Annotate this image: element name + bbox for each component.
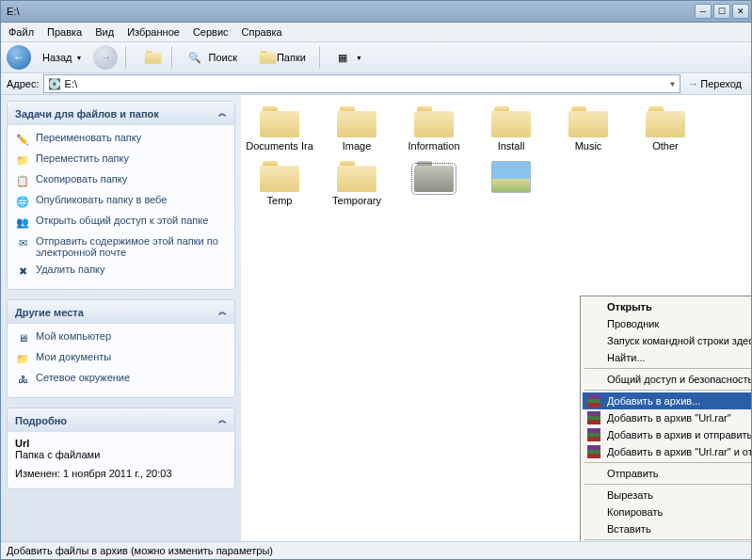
task-item[interactable]: 👥Открыть общий доступ к этой папке bbox=[11, 212, 231, 232]
copy-icon: 📋 bbox=[15, 173, 30, 188]
up-button[interactable] bbox=[134, 45, 164, 70]
file-item[interactable]: Install bbox=[472, 103, 550, 157]
file-item[interactable]: Other bbox=[627, 103, 704, 157]
menu-help[interactable]: Справка bbox=[242, 26, 282, 38]
menu-separator bbox=[584, 539, 751, 540]
file-item[interactable]: Music bbox=[550, 103, 627, 157]
context-menu-label: Вставить bbox=[607, 523, 651, 535]
file-item[interactable] bbox=[472, 157, 550, 212]
tasks-header[interactable]: Задачи для файлов и папок︽ bbox=[8, 102, 234, 125]
place-item[interactable]: 🖧Сетевое окружение bbox=[11, 369, 231, 390]
file-item[interactable] bbox=[395, 157, 472, 212]
context-menu-item[interactable]: Проводник bbox=[583, 315, 751, 332]
search-icon: 🔍 bbox=[185, 48, 204, 67]
views-icon: ▦ bbox=[333, 48, 352, 67]
chevron-up-icon: ︽ bbox=[218, 107, 227, 120]
context-menu-label: Добавить в архив "Url.rar" и отправить п… bbox=[607, 446, 751, 457]
move-icon: 📁 bbox=[15, 152, 30, 168]
places-header[interactable]: Другие места︽ bbox=[8, 300, 234, 324]
folder-icon bbox=[260, 161, 299, 193]
context-menu-label: Добавить в архив и отправить по e-mail..… bbox=[607, 429, 751, 440]
task-item[interactable]: ✖Удалить папку bbox=[11, 261, 231, 281]
menu-separator bbox=[584, 462, 751, 463]
task-item[interactable]: ✉Отправить содержимое этой папки по элек… bbox=[11, 232, 231, 261]
context-menu-item[interactable]: Открыть bbox=[583, 298, 751, 315]
context-menu-label: Отправить bbox=[607, 468, 659, 479]
folder-icon bbox=[568, 106, 608, 138]
menu-edit[interactable]: Правка bbox=[47, 26, 82, 38]
menu-separator bbox=[584, 484, 751, 485]
share-icon: 👥 bbox=[15, 215, 30, 230]
close-button[interactable]: ✕ bbox=[732, 4, 749, 19]
context-menu-label: Проводник bbox=[607, 318, 659, 329]
toolbar: ← Назад ▼ → 🔍Поиск Папки ▦▼ bbox=[1, 42, 751, 73]
views-button[interactable]: ▦▼ bbox=[328, 45, 368, 70]
file-item[interactable]: Information bbox=[395, 103, 472, 157]
forward-button[interactable]: → bbox=[93, 45, 118, 70]
maximize-button[interactable]: ☐ bbox=[713, 4, 730, 19]
context-menu-item[interactable]: Добавить в архив и отправить по e-mail..… bbox=[583, 426, 751, 443]
drive-icon: 💽 bbox=[48, 78, 61, 90]
address-label: Адрес: bbox=[7, 78, 40, 89]
menu-favorites[interactable]: Избранное bbox=[127, 26, 180, 38]
file-item[interactable]: Temporary bbox=[318, 157, 395, 212]
file-item[interactable]: Documents Ira bbox=[241, 103, 318, 157]
task-item[interactable]: ✏️Переименовать папку bbox=[11, 129, 231, 150]
context-menu-item[interactable]: Добавить в архив "Url.rar" и отправить п… bbox=[583, 443, 751, 460]
task-label: Опубликовать папку в вебе bbox=[36, 194, 167, 205]
task-label: Переместить папку bbox=[36, 152, 129, 164]
context-menu-item[interactable]: Отправить▶ bbox=[583, 465, 751, 482]
rename-icon: ✏️ bbox=[15, 132, 30, 147]
details-modified: Изменен: 1 ноября 2011 г., 20:03 bbox=[15, 468, 227, 479]
folders-button[interactable]: Папки bbox=[248, 45, 312, 70]
task-item[interactable]: 🌐Опубликовать папку в вебе bbox=[11, 191, 231, 212]
computer-icon: 🖥 bbox=[15, 330, 30, 345]
task-item[interactable]: 📋Скопировать папку bbox=[11, 170, 231, 191]
side-pane: Задачи для файлов и папок︽ ✏️Переименова… bbox=[1, 95, 241, 541]
address-input[interactable]: 💽 E:\ ▼ bbox=[43, 74, 681, 93]
menu-file[interactable]: Файл bbox=[8, 26, 34, 38]
back-button[interactable]: ← bbox=[7, 45, 31, 70]
publish-icon: 🌐 bbox=[15, 194, 30, 209]
context-menu-item[interactable]: Вырезать bbox=[583, 487, 751, 504]
details-header[interactable]: Подробно︽ bbox=[8, 408, 234, 432]
file-label: Music bbox=[550, 140, 627, 152]
mydocs-icon: 📁 bbox=[15, 351, 30, 366]
file-item[interactable]: Temp bbox=[241, 157, 318, 212]
context-menu-item[interactable]: Добавить в архив... bbox=[583, 392, 751, 409]
place-item[interactable]: 🖥Мой компьютер bbox=[11, 328, 231, 348]
menu-tools[interactable]: Сервис bbox=[193, 26, 229, 38]
chevron-down-icon[interactable]: ▼ bbox=[668, 80, 676, 88]
go-button[interactable]: → Переход bbox=[684, 75, 745, 92]
status-bar: Добавить файлы в архив (можно изменить п… bbox=[1, 541, 751, 559]
context-menu-item[interactable]: Запуск командной строки здесь bbox=[583, 332, 751, 349]
task-item[interactable]: 📁Переместить папку bbox=[11, 150, 231, 170]
file-label: Other bbox=[627, 140, 704, 152]
address-value: E:\ bbox=[65, 78, 665, 89]
content-area[interactable]: Documents IraImageInformationInstallMusi… bbox=[241, 95, 751, 541]
minimize-button[interactable]: ─ bbox=[695, 4, 712, 19]
go-icon: → bbox=[688, 78, 698, 89]
context-menu-label: Запуск командной строки здесь bbox=[607, 335, 751, 346]
search-button[interactable]: 🔍Поиск bbox=[180, 45, 242, 70]
menu-separator bbox=[584, 390, 751, 391]
context-menu-item[interactable]: Добавить в архив "Url.rar" bbox=[583, 409, 751, 426]
archive-icon bbox=[586, 444, 601, 459]
menu-view[interactable]: Вид bbox=[95, 26, 114, 38]
menu-separator bbox=[584, 368, 751, 369]
context-menu-label: Общий доступ и безопасность... bbox=[607, 374, 751, 385]
archive-icon bbox=[586, 393, 601, 408]
network-icon: 🖧 bbox=[15, 372, 30, 387]
context-menu-item[interactable]: Найти... bbox=[583, 349, 751, 366]
titlebar[interactable]: E:\ ─ ☐ ✕ bbox=[1, 1, 751, 23]
file-item[interactable]: Image bbox=[318, 103, 395, 157]
context-menu-item[interactable]: Общий доступ и безопасность... bbox=[583, 371, 751, 388]
context-menu-item[interactable]: Копировать bbox=[583, 504, 751, 520]
back-label[interactable]: Назад ▼ bbox=[37, 45, 88, 70]
place-item[interactable]: 📁Мои документы bbox=[11, 348, 231, 369]
context-menu-label: Копировать bbox=[607, 506, 663, 518]
details-panel: Подробно︽ Url Папка с файлами Изменен: 1… bbox=[7, 408, 235, 489]
context-menu-label: Вырезать bbox=[607, 489, 653, 501]
context-menu-item[interactable]: Вставить bbox=[583, 520, 751, 537]
folder-icon bbox=[491, 106, 531, 138]
